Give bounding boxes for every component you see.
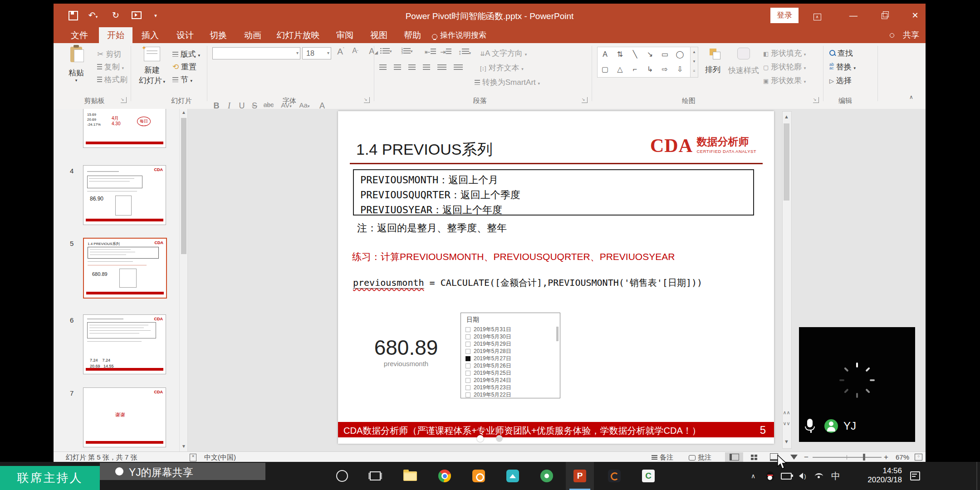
thumbnail-slide-5-selected[interactable]: CDA 1.4 PREVIOUS系列 680.89 xyxy=(83,238,167,299)
slicer-row[interactable]: 2019年5月22日 xyxy=(466,391,511,398)
tab-home[interactable]: 开始 xyxy=(99,27,132,43)
layout-button[interactable]: 版式 ▾ xyxy=(172,49,200,59)
shapes-gallery-scrollbar[interactable]: ▲▼≡ xyxy=(691,47,698,78)
numbering-button[interactable]: 123 ▾ xyxy=(401,48,413,54)
tab-help[interactable]: 帮助 xyxy=(399,27,426,43)
taskbar-clock[interactable]: 14:56 2020/3/18 xyxy=(843,462,902,490)
distribute-icon[interactable] xyxy=(437,64,446,70)
new-slide-button[interactable]: ✦ 新建 幻灯片 ▾ xyxy=(136,47,168,97)
shape-line-icon[interactable]: ╲ xyxy=(627,47,642,61)
quick-styles-button[interactable]: 快速样式 xyxy=(728,48,760,76)
slide-scrollbar[interactable]: ▲ ∧∧ ∨∨ ▼ xyxy=(782,111,792,449)
thumbnail-slide-6[interactable]: CDA 7.24 7.2420.69 14.55 xyxy=(83,314,166,374)
file-explorer-icon[interactable] xyxy=(396,462,424,490)
cda-app-icon[interactable] xyxy=(600,462,628,490)
shape-arrow-icon[interactable]: ↘ xyxy=(642,47,657,61)
paste-button[interactable]: 粘贴 ▾ xyxy=(62,47,91,96)
comments-button[interactable]: 批注 xyxy=(689,453,711,462)
checkbox-icon[interactable] xyxy=(466,385,470,390)
slicer-row[interactable]: 2019年5月24日 xyxy=(466,377,511,384)
slicer-row[interactable]: 2019年5月25日 xyxy=(466,369,511,377)
slicer-row[interactable]: 2019年5月26日 xyxy=(466,362,511,369)
shape-effects-button[interactable]: ▣ 形状效果 ▾ xyxy=(763,75,806,86)
zoom-slider-track[interactable] xyxy=(813,457,882,458)
shape-elbow-arrow-icon[interactable]: ↳ xyxy=(642,62,657,76)
copy-button[interactable]: 复制 ▾ xyxy=(97,62,124,72)
increase-font-icon[interactable]: Aˆ xyxy=(335,47,347,57)
login-button[interactable]: 登录 xyxy=(770,8,799,23)
justify-icon[interactable] xyxy=(423,64,430,70)
checkbox-icon[interactable] xyxy=(466,392,470,397)
section-button[interactable]: 节 ▾ xyxy=(172,74,192,85)
app-orange-icon[interactable] xyxy=(465,462,493,490)
slicer-row[interactable]: 2019年5月28日 xyxy=(466,348,511,355)
scroll-up-icon[interactable]: ▲ xyxy=(783,112,790,122)
ribbon-display-options-icon[interactable]: ∧ xyxy=(807,4,828,27)
next-slide-button[interactable]: ∨∨ xyxy=(783,418,790,428)
reset-button[interactable]: ⟲ 重置 xyxy=(172,62,196,72)
tab-design[interactable]: 设计 xyxy=(172,27,199,43)
slide-canvas[interactable]: 1.4 PREVIOUS系列 CDA 数据分析师 CERTIFIED DATA … xyxy=(338,111,774,444)
checkbox-icon[interactable] xyxy=(466,342,470,347)
align-center-icon[interactable] xyxy=(394,64,401,70)
clipboard-dialog-launcher[interactable]: ↘ xyxy=(121,97,127,103)
shape-right-arrow-icon[interactable]: ⇨ xyxy=(657,62,672,76)
slicer-row[interactable]: 2019年5月30日 xyxy=(466,333,511,340)
decrease-indent-icon[interactable]: ⇤ xyxy=(425,48,436,56)
paste-dropdown-icon[interactable]: ▾ xyxy=(62,78,91,83)
collapse-ribbon-button[interactable]: ∧ xyxy=(909,94,913,100)
arrange-button[interactable]: 排列 xyxy=(702,48,723,75)
tab-slideshow[interactable]: 幻灯片放映 xyxy=(271,27,325,43)
paragraph-dialog-launcher[interactable]: ↘ xyxy=(582,97,588,103)
language-status[interactable]: 中文(中国) xyxy=(204,453,236,462)
shape-triangle-icon[interactable]: △ xyxy=(612,62,627,76)
shape-outline-button[interactable]: ▢ 形状轮廓 ▾ xyxy=(763,62,806,72)
slide-sorter-view-button[interactable] xyxy=(745,452,763,462)
app-teal-icon[interactable] xyxy=(499,462,527,490)
slicer-row-selected[interactable]: 2019年5月27日 xyxy=(466,355,511,362)
share-button[interactable]: 共享 xyxy=(898,27,924,43)
slicer-row[interactable]: 2019年5月23日 xyxy=(466,384,511,391)
shape-oval-icon[interactable]: ◯ xyxy=(672,47,687,61)
thumbnail-scrollbar-thumb[interactable] xyxy=(181,118,186,254)
ime-indicator[interactable]: 中 xyxy=(829,462,842,490)
slideshow-view-button[interactable] xyxy=(785,452,803,462)
tab-view[interactable]: 视图 xyxy=(365,27,392,43)
checkbox-checked-icon[interactable] xyxy=(466,356,470,361)
microphone-icon[interactable] xyxy=(807,419,815,433)
wifi-icon[interactable] xyxy=(813,462,825,490)
increase-indent-icon[interactable]: ⇥ xyxy=(440,48,451,56)
bullets-button[interactable]: ▾ xyxy=(380,48,392,54)
volume-icon[interactable]: ) xyxy=(797,462,808,490)
text-direction-button[interactable]: ⇊A 文字方向 ▾ xyxy=(480,48,527,59)
slicer-row[interactable]: 2019年5月31日 xyxy=(466,326,511,333)
replace-button[interactable]: abac 替换 ▾ xyxy=(829,62,856,72)
line-spacing-icon[interactable]: ↕▾ xyxy=(458,48,471,56)
normal-view-button[interactable] xyxy=(725,452,743,462)
align-left-icon[interactable] xyxy=(379,64,387,70)
qq-icon[interactable] xyxy=(764,462,776,490)
decrease-font-icon[interactable]: Aˇ xyxy=(349,47,361,55)
camtasia-icon[interactable]: C xyxy=(634,462,662,490)
fit-to-window-icon[interactable]: ⁘ xyxy=(915,454,922,461)
checkbox-icon[interactable] xyxy=(466,327,470,332)
format-painter-button[interactable]: 格式刷 xyxy=(97,74,127,85)
scroll-down-icon[interactable]: ▼ xyxy=(783,436,790,446)
find-button[interactable]: 查找 xyxy=(829,48,853,59)
slicer-row[interactable]: 2019年5月29日 xyxy=(466,340,511,348)
font-dialog-launcher[interactable]: ↘ xyxy=(364,97,370,103)
shape-down-arrow-icon[interactable]: ⇩ xyxy=(672,62,687,76)
clear-formatting-icon[interactable]: A◢ xyxy=(368,47,379,56)
thumbnail-scrollbar[interactable]: ▲ ▼ xyxy=(179,109,188,451)
font-size-combobox[interactable]: 18▾ xyxy=(302,47,331,59)
task-view-icon[interactable] xyxy=(361,462,389,490)
zoom-slider-thumb[interactable] xyxy=(863,454,865,461)
align-right-icon[interactable] xyxy=(408,64,416,70)
zoom-out-button[interactable]: − xyxy=(804,453,808,462)
shapes-gallery[interactable]: A ⇅ ╲ ↘ ▭ ◯ ▢ △ ⌐ ↳ ⇨ ⇩ xyxy=(597,47,691,78)
show-desktop-button[interactable] xyxy=(976,462,977,490)
select-button[interactable]: ▷ 选择 xyxy=(829,75,852,86)
minimize-button[interactable]: — xyxy=(843,4,864,27)
tab-animations[interactable]: 动画 xyxy=(239,27,266,43)
tell-me-search[interactable]: 操作说明搜索 xyxy=(440,27,508,43)
